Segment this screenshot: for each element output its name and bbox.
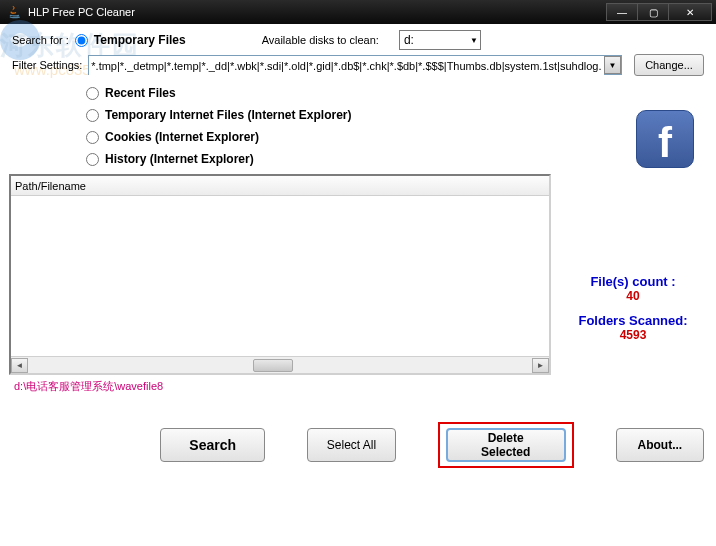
filter-input[interactable]	[89, 56, 604, 76]
results-table[interactable]: Path/Filename ◄ ►	[9, 174, 551, 375]
radio-cookies[interactable]: Cookies (Internet Explorer)	[86, 130, 704, 144]
scroll-right-arrow[interactable]: ►	[532, 358, 549, 373]
horizontal-scrollbar[interactable]: ◄ ►	[11, 356, 549, 373]
chevron-down-icon: ▼	[609, 61, 617, 70]
select-all-button[interactable]: Select All	[307, 428, 395, 462]
radio-history[interactable]: History (Internet Explorer)	[86, 152, 704, 166]
maximize-button[interactable]: ▢	[637, 3, 669, 21]
about-button[interactable]: About...	[616, 428, 704, 462]
scroll-thumb[interactable]	[253, 359, 293, 372]
radio-temp-internet-files[interactable]: Temporary Internet Files (Internet Explo…	[86, 108, 704, 122]
delete-selected-button[interactable]: Delete Selected	[446, 428, 566, 462]
search-for-label: Search for :	[12, 34, 69, 46]
close-button[interactable]: ✕	[668, 3, 712, 21]
title-bar: HLP Free PC Cleaner — ▢ ✕	[0, 0, 716, 24]
disk-select[interactable]: d: ▼	[399, 30, 481, 50]
stats-panel: File(s) count : 40 Folders Scanned: 4593	[568, 274, 698, 352]
radio-temporary-files[interactable]: Temporary Files	[75, 33, 186, 47]
status-path: d:\电话客服管理系统\wavefile8	[14, 379, 704, 394]
app-icon	[8, 5, 22, 19]
folders-scanned-value: 4593	[568, 328, 698, 342]
scroll-left-arrow[interactable]: ◄	[11, 358, 28, 373]
available-disks-label: Available disks to clean:	[262, 34, 379, 46]
minimize-button[interactable]: —	[606, 3, 638, 21]
files-count-value: 40	[568, 289, 698, 303]
radio-recent-files[interactable]: Recent Files	[86, 86, 704, 100]
filter-settings-label: Filter Settings:	[12, 59, 82, 71]
table-header-path: Path/Filename	[11, 176, 549, 196]
facebook-icon[interactable]: f	[636, 110, 694, 168]
window-title: HLP Free PC Cleaner	[28, 6, 135, 18]
chevron-down-icon: ▼	[470, 36, 478, 45]
filter-dropdown-button[interactable]: ▼	[604, 56, 621, 74]
search-options: Recent Files Temporary Internet Files (I…	[86, 86, 704, 166]
delete-highlight-box: Delete Selected	[438, 422, 574, 468]
search-button[interactable]: Search	[160, 428, 265, 462]
change-button[interactable]: Change...	[634, 54, 704, 76]
radio-temporary-files-input[interactable]	[75, 34, 88, 47]
files-count-label: File(s) count :	[568, 274, 698, 289]
folders-scanned-label: Folders Scanned:	[568, 313, 698, 328]
